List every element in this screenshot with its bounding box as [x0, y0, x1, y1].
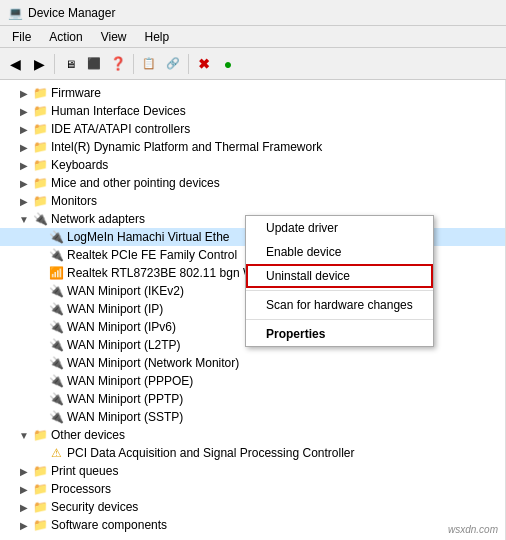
- warning-icon: ⚠: [48, 445, 64, 461]
- toolbar: ◀ ▶ 🖥 ⬛ ❓ 📋 🔗 ✖ ●: [0, 48, 506, 80]
- folder-icon: 📁: [32, 517, 48, 533]
- app-icon: 💻: [8, 6, 22, 20]
- tree-item-keyboards[interactable]: ▶ 📁 Keyboards: [0, 156, 505, 174]
- item-label: Firmware: [51, 86, 101, 100]
- tree-item-other[interactable]: ▼ 📁 Other devices: [0, 426, 505, 444]
- adapter-icon: 🔌: [48, 319, 64, 335]
- title-bar-text: Device Manager: [28, 6, 115, 20]
- expand-icon: ▶: [16, 196, 32, 207]
- context-menu-separator-2: [246, 319, 433, 320]
- adapter-icon: 🔌: [48, 409, 64, 425]
- menu-view[interactable]: View: [93, 28, 135, 46]
- tree-item-processors[interactable]: ▶ 📁 Processors: [0, 480, 505, 498]
- ctx-properties[interactable]: Properties: [246, 322, 433, 346]
- tree-item-firmware[interactable]: ▶ 📁 Firmware: [0, 84, 505, 102]
- ctx-uninstall-device[interactable]: Uninstall device: [246, 264, 433, 288]
- tree-item-wan-pppoe[interactable]: 🔌 WAN Miniport (PPPOE): [0, 372, 505, 390]
- ctx-update-driver[interactable]: Update driver: [246, 216, 433, 240]
- folder-icon: 📁: [32, 157, 48, 173]
- item-label: WAN Miniport (IP): [67, 302, 163, 316]
- item-label: WAN Miniport (IPv6): [67, 320, 176, 334]
- driver-button[interactable]: 🔗: [162, 53, 184, 75]
- expand-icon: ▶: [16, 142, 32, 153]
- tree-item-ide[interactable]: ▶ 📁 IDE ATA/ATAPI controllers: [0, 120, 505, 138]
- item-label: Software components: [51, 518, 167, 532]
- properties-button[interactable]: 🖥: [59, 53, 81, 75]
- item-label: WAN Miniport (SSTP): [67, 410, 183, 424]
- folder-icon: 📁: [32, 103, 48, 119]
- tree-item-wan-nm[interactable]: 🔌 WAN Miniport (Network Monitor): [0, 354, 505, 372]
- menu-action[interactable]: Action: [41, 28, 90, 46]
- toolbar-separator-2: [133, 54, 134, 74]
- adapter-icon: 🔌: [48, 355, 64, 371]
- help-button[interactable]: ❓: [107, 53, 129, 75]
- expand-icon: ▶: [16, 466, 32, 477]
- expand-icon: ▶: [16, 160, 32, 171]
- tree-item-monitors[interactable]: ▶ 📁 Monitors: [0, 192, 505, 210]
- tree-item-wan-pptp[interactable]: 🔌 WAN Miniport (PPTP): [0, 390, 505, 408]
- adapter-icon: 🔌: [48, 247, 64, 263]
- expand-icon: ▼: [16, 430, 32, 441]
- expand-icon: ▼: [16, 214, 32, 225]
- item-label: LogMeIn Hamachi Virtual Ethe: [67, 230, 230, 244]
- tree-item-pci[interactable]: ⚠ PCI Data Acquisition and Signal Proces…: [0, 444, 505, 462]
- item-label: Other devices: [51, 428, 125, 442]
- menu-bar: File Action View Help: [0, 26, 506, 48]
- enable-toolbar-button[interactable]: ●: [217, 53, 239, 75]
- tree-item-software[interactable]: ▶ 📁 Software components: [0, 516, 505, 534]
- item-label: Monitors: [51, 194, 97, 208]
- expand-icon: ▶: [16, 124, 32, 135]
- folder-icon: 📁: [32, 499, 48, 515]
- tree-item-print[interactable]: ▶ 📁 Print queues: [0, 462, 505, 480]
- item-label: WAN Miniport (Network Monitor): [67, 356, 239, 370]
- ctx-scan-changes[interactable]: Scan for hardware changes: [246, 293, 433, 317]
- item-label: Processors: [51, 482, 111, 496]
- expand-icon: ▶: [16, 484, 32, 495]
- folder-icon: 📁: [32, 175, 48, 191]
- network-icon: 🔌: [32, 211, 48, 227]
- back-button[interactable]: ◀: [4, 53, 26, 75]
- item-label: Print queues: [51, 464, 118, 478]
- menu-file[interactable]: File: [4, 28, 39, 46]
- expand-icon: ▶: [16, 106, 32, 117]
- item-label: Realtek PCIe FE Family Control: [67, 248, 237, 262]
- tree-item-wan-sstp[interactable]: 🔌 WAN Miniport (SSTP): [0, 408, 505, 426]
- tree-item-security[interactable]: ▶ 📁 Security devices: [0, 498, 505, 516]
- item-label: WAN Miniport (PPPOE): [67, 374, 193, 388]
- main-content: ▶ 📁 Firmware ▶ 📁 Human Interface Devices…: [0, 80, 506, 540]
- item-label: Intel(R) Dynamic Platform and Thermal Fr…: [51, 140, 322, 154]
- item-label: WAN Miniport (IKEv2): [67, 284, 184, 298]
- expand-icon: ▶: [16, 502, 32, 513]
- toolbar-separator-1: [54, 54, 55, 74]
- context-menu-separator: [246, 290, 433, 291]
- forward-button[interactable]: ▶: [28, 53, 50, 75]
- folder-icon: 📁: [32, 481, 48, 497]
- folder-icon: 📁: [32, 121, 48, 137]
- ctx-enable-device[interactable]: Enable device: [246, 240, 433, 264]
- context-menu: Update driver Enable device Uninstall de…: [245, 215, 434, 347]
- tree-item-mice[interactable]: ▶ 📁 Mice and other pointing devices: [0, 174, 505, 192]
- wifi-icon: 📶: [48, 265, 64, 281]
- menu-help[interactable]: Help: [137, 28, 178, 46]
- folder-icon: 📁: [32, 139, 48, 155]
- scan-button[interactable]: 📋: [138, 53, 160, 75]
- adapter-icon: 🔌: [48, 301, 64, 317]
- item-label: Keyboards: [51, 158, 108, 172]
- adapter-icon: 🔌: [48, 229, 64, 245]
- folder-icon: 📁: [32, 463, 48, 479]
- watermark: wsxdn.com: [448, 524, 498, 535]
- item-label: Security devices: [51, 500, 138, 514]
- item-label: Network adapters: [51, 212, 145, 226]
- expand-icon: ▶: [16, 88, 32, 99]
- expand-icon: ▶: [16, 520, 32, 531]
- item-label: Realtek RTL8723BE 802.11 bgn W: [67, 266, 254, 280]
- item-label: Human Interface Devices: [51, 104, 186, 118]
- item-label: WAN Miniport (PPTP): [67, 392, 183, 406]
- tree-item-hid[interactable]: ▶ 📁 Human Interface Devices: [0, 102, 505, 120]
- item-label: PCI Data Acquisition and Signal Processi…: [67, 446, 354, 460]
- tree-item-intel[interactable]: ▶ 📁 Intel(R) Dynamic Platform and Therma…: [0, 138, 505, 156]
- adapter-icon: 🔌: [48, 337, 64, 353]
- adapter-icon: 🔌: [48, 283, 64, 299]
- uninstall-toolbar-button[interactable]: ✖: [193, 53, 215, 75]
- update-button[interactable]: ⬛: [83, 53, 105, 75]
